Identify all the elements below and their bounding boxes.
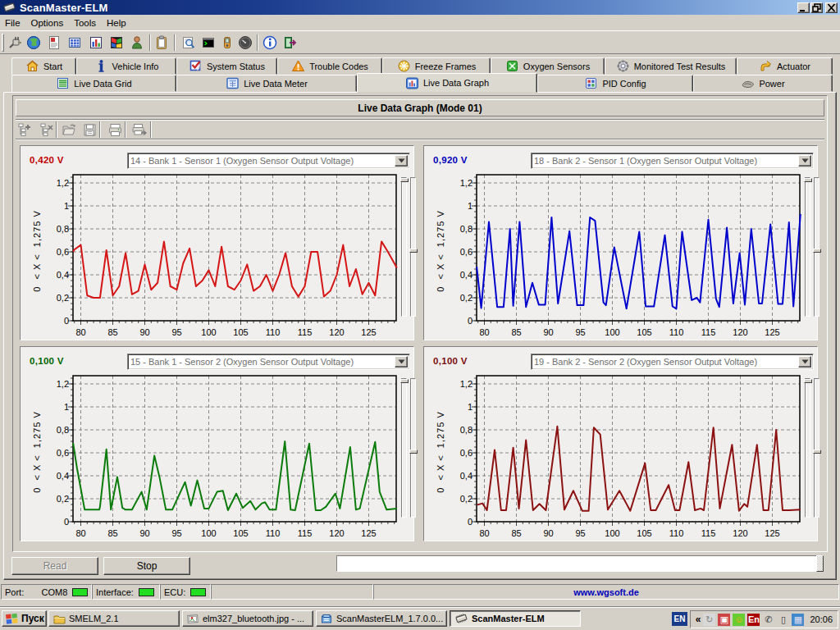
svg-text:120: 120 [733, 528, 747, 538]
svg-text:1: 1 [468, 201, 472, 211]
svg-text:0,8: 0,8 [460, 224, 472, 234]
svg-text:0,4: 0,4 [57, 270, 69, 280]
svg-text:110: 110 [669, 327, 684, 337]
svg-text:1,2: 1,2 [57, 178, 69, 188]
svg-text:95: 95 [171, 528, 181, 538]
svg-text:115: 115 [701, 528, 716, 538]
svg-text:105: 105 [233, 528, 248, 538]
svg-text:110: 110 [669, 528, 684, 538]
svg-text:0,4: 0,4 [460, 270, 472, 280]
svg-text:0,8: 0,8 [460, 425, 472, 435]
svg-text:120: 120 [329, 528, 344, 538]
svg-text:0,2: 0,2 [460, 293, 472, 303]
svg-text:90: 90 [543, 528, 553, 538]
svg-text:90: 90 [139, 327, 149, 337]
svg-text:85: 85 [107, 327, 117, 337]
svg-text:100: 100 [605, 528, 619, 538]
svg-text:80: 80 [479, 327, 489, 337]
svg-text:0,6: 0,6 [460, 247, 472, 257]
svg-text:80: 80 [75, 528, 85, 538]
svg-text:0,8: 0,8 [57, 425, 69, 435]
svg-text:125: 125 [361, 327, 376, 337]
svg-text:90: 90 [543, 327, 553, 337]
svg-text:115: 115 [298, 327, 313, 337]
svg-text:95: 95 [171, 327, 181, 337]
svg-text:0: 0 [64, 517, 69, 527]
svg-text:0,4: 0,4 [460, 471, 472, 481]
svg-text:120: 120 [329, 327, 344, 337]
svg-text:0: 0 [64, 316, 69, 326]
svg-text:1,2: 1,2 [57, 379, 69, 389]
svg-text:95: 95 [575, 327, 585, 337]
svg-text:0,2: 0,2 [57, 293, 69, 303]
svg-text:0,2: 0,2 [460, 494, 472, 504]
svg-text:1: 1 [64, 201, 69, 211]
svg-text:110: 110 [266, 528, 281, 538]
svg-text:125: 125 [361, 528, 376, 538]
svg-text:1,2: 1,2 [460, 379, 472, 389]
svg-text:100: 100 [605, 327, 619, 337]
svg-text:0,6: 0,6 [57, 247, 69, 257]
svg-text:85: 85 [511, 528, 521, 538]
svg-text:100: 100 [201, 327, 216, 337]
svg-text:1: 1 [468, 402, 472, 412]
svg-text:85: 85 [107, 528, 117, 538]
svg-text:1,2: 1,2 [460, 178, 472, 188]
svg-text:125: 125 [765, 327, 779, 337]
svg-text:80: 80 [479, 528, 489, 538]
svg-text:80: 80 [75, 327, 85, 337]
svg-text:0: 0 [468, 316, 472, 326]
svg-text:0,2: 0,2 [57, 494, 69, 504]
svg-text:95: 95 [575, 528, 585, 538]
svg-text:105: 105 [233, 327, 248, 337]
svg-text:120: 120 [733, 327, 747, 337]
svg-text:115: 115 [298, 528, 313, 538]
svg-text:0,8: 0,8 [57, 224, 69, 234]
svg-text:0,4: 0,4 [57, 471, 69, 481]
svg-text:105: 105 [637, 327, 651, 337]
svg-text:105: 105 [637, 528, 651, 538]
svg-text:1: 1 [64, 402, 69, 412]
svg-text:0,6: 0,6 [460, 448, 472, 458]
svg-text:85: 85 [511, 327, 521, 337]
svg-text:0: 0 [468, 517, 472, 527]
svg-text:0,6: 0,6 [57, 448, 69, 458]
svg-text:90: 90 [139, 528, 149, 538]
svg-text:100: 100 [201, 528, 216, 538]
svg-text:110: 110 [266, 327, 281, 337]
svg-text:125: 125 [765, 528, 779, 538]
svg-text:115: 115 [701, 327, 716, 337]
